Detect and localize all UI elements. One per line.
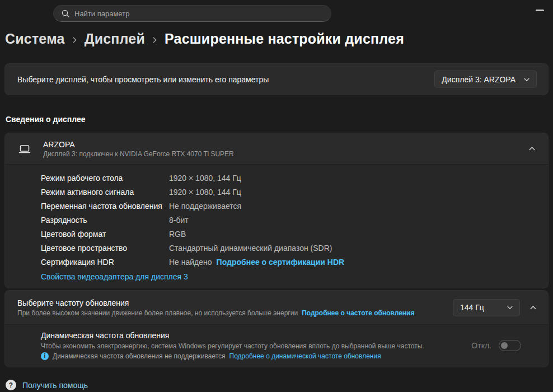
- detail-value: Не найдено: [169, 258, 212, 267]
- minimize-icon: [536, 10, 544, 11]
- detail-value: RGB: [169, 230, 537, 239]
- detail-row-signal-mode: Режим активного сигнала 1920 × 1080, 144…: [41, 185, 537, 199]
- dynamic-refresh-learn-more-link[interactable]: Подробнее о динамической частоте обновле…: [229, 352, 381, 360]
- refresh-rate-dropdown[interactable]: 144 Гц: [453, 299, 520, 316]
- detail-value: Стандартный динамический диапазон (SDR): [169, 244, 537, 253]
- refresh-rate-title: Выберите частоту обновления: [17, 298, 414, 307]
- display-name: ARZOPA: [43, 140, 234, 149]
- dynamic-refresh-title: Динамическая частота обновления: [41, 331, 471, 340]
- dynamic-refresh-toggle[interactable]: [499, 340, 521, 351]
- search-input[interactable]: [74, 10, 323, 18]
- refresh-rate-header[interactable]: Выберите частоту обновления При более вы…: [5, 291, 548, 324]
- refresh-rate-value: 144 Гц: [460, 303, 484, 312]
- detail-value: 1920 × 1080, 144 Гц: [169, 174, 537, 183]
- detail-label: Режим активного сигнала: [41, 188, 169, 197]
- dynamic-refresh-section: Динамическая частота обновления Чтобы эк…: [5, 324, 548, 367]
- refresh-rate-card: Выберите частоту обновления При более вы…: [4, 290, 549, 367]
- dynamic-refresh-unsupported-text: Динамическая частота обновления не подде…: [53, 352, 226, 360]
- detail-label: Режим рабочего стола: [41, 174, 169, 183]
- display-select-value: Дисплей 3: ARZOPA: [442, 75, 515, 84]
- chevron-down-icon: [507, 304, 513, 311]
- detail-value: 1920 × 1080, 144 Гц: [169, 188, 537, 197]
- detail-row-vrr: Переменная частота обновления Не поддерж…: [41, 199, 537, 213]
- video-adapter-properties-link[interactable]: Свойства видеоадаптера для дисплея 3: [41, 272, 188, 281]
- detail-row-color-space: Цветовое пространство Стандартный динами…: [41, 241, 537, 255]
- monitor-icon: [17, 142, 32, 156]
- display-details-card: ARZOPA Дисплей 3: подключен к NVIDIA GeF…: [4, 133, 549, 288]
- toggle-state-label: Откл.: [471, 341, 491, 350]
- breadcrumb-display[interactable]: Дисплей: [85, 31, 145, 47]
- breadcrumb: Система Дисплей Расширенные настройки ди…: [5, 31, 404, 47]
- chevron-down-icon: [523, 76, 530, 83]
- hdr-certification-link[interactable]: Подробнее о сертификации HDR: [217, 258, 345, 267]
- detail-row-hdr-certification: Сертификация HDR Не найдено Подробнее о …: [41, 255, 537, 269]
- refresh-rate-learn-more-link[interactable]: Подробнее о частоте обновления: [302, 309, 414, 317]
- display-connection-info: Дисплей 3: подключен к NVIDIA GeForce RT…: [43, 150, 234, 158]
- display-select-dropdown[interactable]: Дисплей 3: ARZOPA: [434, 71, 537, 88]
- chevron-up-icon[interactable]: [528, 145, 536, 152]
- dynamic-refresh-subtitle: Чтобы экономить электроэнергию, система …: [41, 342, 471, 350]
- detail-label: Переменная частота обновления: [41, 202, 169, 211]
- refresh-rate-subtitle: При более высоком значении движение боле…: [17, 309, 298, 317]
- detail-value: 8-бит: [169, 216, 537, 225]
- minimize-button[interactable]: [531, 4, 549, 16]
- detail-row-bit-depth: Разрядность 8-бит: [41, 213, 537, 227]
- info-icon: i: [41, 352, 49, 360]
- chevron-right-icon: [71, 35, 78, 44]
- display-details-body: Режим рабочего стола 1920 × 1080, 144 Гц…: [5, 164, 548, 288]
- detail-label: Цветовой формат: [41, 230, 169, 239]
- search-bar[interactable]: [53, 5, 331, 22]
- chevron-right-icon: [151, 35, 158, 44]
- detail-row-desktop-mode: Режим рабочего стола 1920 × 1080, 144 Гц: [41, 171, 537, 185]
- detail-label: Цветовое пространство: [41, 244, 169, 253]
- get-help-link[interactable]: ? Получить помощь: [6, 380, 88, 390]
- toggle-knob: [501, 342, 508, 349]
- detail-row-color-format: Цветовой формат RGB: [41, 227, 537, 241]
- display-details-header[interactable]: ARZOPA Дисплей 3: подключен к NVIDIA GeF…: [5, 133, 548, 164]
- display-selector-card: Выберите дисплей, чтобы просмотреть или …: [4, 63, 549, 95]
- detail-value: Не поддерживается: [169, 202, 537, 211]
- get-help-label: Получить помощь: [22, 381, 88, 390]
- help-icon: ?: [6, 380, 16, 390]
- display-info-heading: Сведения о дисплее: [6, 115, 86, 124]
- page-title: Расширенные настройки дисплея: [165, 31, 404, 47]
- chevron-up-icon[interactable]: [529, 304, 537, 311]
- detail-label: Разрядность: [41, 216, 169, 225]
- display-selector-label: Выберите дисплей, чтобы просмотреть или …: [17, 75, 269, 84]
- search-icon: [62, 10, 69, 17]
- detail-label: Сертификация HDR: [41, 258, 169, 267]
- breadcrumb-system[interactable]: Система: [5, 31, 65, 47]
